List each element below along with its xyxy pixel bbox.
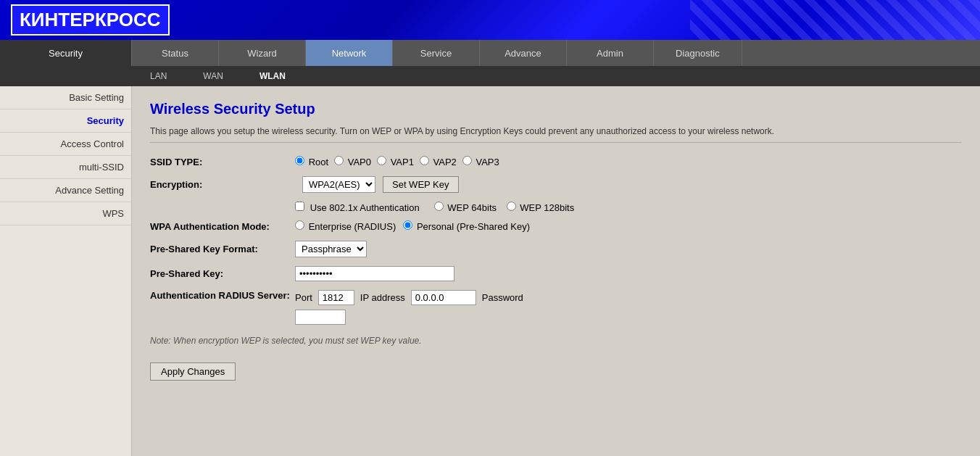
tab-advance[interactable]: Advance bbox=[480, 40, 567, 66]
header: КИНТЕРКРОСС bbox=[0, 0, 980, 40]
ssid-root-radio[interactable] bbox=[295, 156, 304, 165]
radius-controls: Port IP address Password bbox=[295, 290, 523, 325]
psk-format-select[interactable]: Passphrase Hex bbox=[295, 241, 367, 257]
personal-label[interactable]: Personal (Pre-Shared Key) bbox=[403, 220, 530, 232]
sidebar-item-multi-ssid[interactable]: multi-SSID bbox=[0, 156, 131, 179]
personal-text: Personal (Pre-Shared Key) bbox=[417, 221, 530, 232]
tab-wizard[interactable]: Wizard bbox=[219, 40, 306, 66]
enterprise-label[interactable]: Enterprise (RADIUS) bbox=[295, 220, 396, 232]
divider bbox=[150, 142, 962, 143]
use-8021x-row: Use 802.1x Authentication WEP 64bits WEP… bbox=[295, 202, 962, 213]
ssid-vap0-radio[interactable] bbox=[334, 156, 344, 165]
wep-64-label[interactable]: WEP 64bits bbox=[434, 202, 499, 213]
ssid-vap1-text: VAP1 bbox=[391, 157, 414, 167]
use-8021x-label[interactable]: Use 802.1x Authentication bbox=[295, 202, 420, 213]
content-area: Wireless Security Setup This page allows… bbox=[132, 86, 980, 456]
ssid-vap2-text: VAP2 bbox=[433, 157, 457, 167]
ssid-type-label: SSID TYPE: bbox=[150, 157, 295, 167]
tab-status[interactable]: Status bbox=[132, 40, 219, 66]
psk-label: Pre-Shared Key: bbox=[150, 268, 295, 279]
wep-128-text: WEP 128bits bbox=[520, 202, 574, 213]
sub-tab-wlan[interactable]: WLAN bbox=[241, 66, 304, 86]
tab-diagnostic[interactable]: Diagnostic bbox=[654, 40, 742, 66]
tab-service[interactable]: Service bbox=[393, 40, 480, 66]
page-description: This page allows you setup the wireless … bbox=[150, 126, 962, 136]
radius-label: Authentication RADIUS Server: bbox=[150, 290, 295, 301]
ssid-vap3-label[interactable]: VAP3 bbox=[462, 156, 499, 167]
note-text: Note: When encryption WEP is selected, y… bbox=[150, 336, 962, 346]
ssid-vap0-text: VAP0 bbox=[348, 157, 371, 167]
nav-tabs: Security Status Wizard Network Service A… bbox=[0, 40, 980, 66]
enterprise-radio[interactable] bbox=[295, 220, 304, 230]
encryption-row: Encryption: WPA2(AES) WEP WPA WPA2 None … bbox=[150, 176, 962, 193]
ssid-vap3-text: VAP3 bbox=[476, 157, 499, 167]
personal-radio[interactable] bbox=[403, 220, 412, 230]
use-8021x-checkbox[interactable] bbox=[295, 202, 304, 211]
ssid-vap3-radio[interactable] bbox=[462, 156, 472, 165]
sub-tab-lan[interactable]: LAN bbox=[132, 66, 185, 86]
ssid-vap1-radio[interactable] bbox=[377, 156, 386, 165]
sub-tab-wan[interactable]: WAN bbox=[185, 66, 241, 86]
radius-password-row bbox=[295, 310, 523, 325]
psk-row: Pre-Shared Key: bbox=[150, 266, 962, 281]
enterprise-text: Enterprise (RADIUS) bbox=[309, 221, 396, 232]
sidebar-item-advance-setting[interactable]: Advance Setting bbox=[0, 179, 131, 202]
wep-128-label[interactable]: WEP 128bits bbox=[507, 202, 575, 213]
psk-format-label: Pre-Shared Key Format: bbox=[150, 244, 295, 254]
ssid-root-label[interactable]: Root bbox=[295, 156, 328, 167]
use-8021x-text: Use 802.1x Authentication bbox=[310, 202, 420, 213]
wpa-auth-controls: Enterprise (RADIUS) Personal (Pre-Shared… bbox=[295, 220, 530, 232]
wep-options-group: WEP 64bits WEP 128bits bbox=[434, 202, 574, 213]
page-title: Wireless Security Setup bbox=[150, 101, 962, 117]
radius-top-row: Port IP address Password bbox=[295, 290, 523, 305]
wep-64-text: WEP 64bits bbox=[447, 202, 497, 213]
radius-ip-input[interactable] bbox=[411, 290, 476, 305]
wep-64-radio[interactable] bbox=[434, 202, 444, 211]
radius-row: Authentication RADIUS Server: Port IP ad… bbox=[150, 290, 962, 325]
ssid-vap2-label[interactable]: VAP2 bbox=[420, 156, 457, 167]
radius-port-input[interactable] bbox=[318, 290, 354, 305]
ssid-vap0-label[interactable]: VAP0 bbox=[334, 156, 371, 167]
ssid-root-text: Root bbox=[309, 157, 328, 167]
main-layout: Basic Setting Security Access Control mu… bbox=[0, 86, 980, 456]
encryption-select[interactable]: WPA2(AES) WEP WPA WPA2 None bbox=[302, 176, 375, 193]
sidebar: Basic Setting Security Access Control mu… bbox=[0, 86, 132, 456]
wep-128-radio[interactable] bbox=[507, 202, 516, 211]
wpa-auth-label: WPA Authentication Mode: bbox=[150, 221, 295, 232]
sidebar-item-access-control[interactable]: Access Control bbox=[0, 133, 131, 156]
ssid-type-controls: Root VAP0 VAP1 VAP2 VAP3 bbox=[295, 156, 499, 167]
radius-password-input[interactable] bbox=[295, 310, 346, 325]
psk-input[interactable] bbox=[295, 266, 454, 281]
radius-ip-label: IP address bbox=[360, 292, 405, 303]
radius-password-label: Password bbox=[482, 292, 523, 303]
sidebar-item-security[interactable]: Security bbox=[0, 109, 131, 133]
ssid-vap1-label[interactable]: VAP1 bbox=[377, 156, 414, 167]
sidebar-item-wps[interactable]: WPS bbox=[0, 202, 131, 225]
encryption-label: Encryption: bbox=[150, 179, 295, 190]
tab-security[interactable]: Security bbox=[0, 40, 132, 66]
tab-network[interactable]: Network bbox=[306, 40, 393, 66]
wpa-auth-row: WPA Authentication Mode: Enterprise (RAD… bbox=[150, 220, 962, 232]
ssid-vap2-radio[interactable] bbox=[420, 156, 429, 165]
radius-port-label: Port bbox=[295, 292, 312, 303]
set-wep-key-button[interactable]: Set WEP Key bbox=[383, 176, 459, 193]
tab-admin[interactable]: Admin bbox=[567, 40, 654, 66]
ssid-type-row: SSID TYPE: Root VAP0 VAP1 VAP2 bbox=[150, 156, 962, 167]
sub-nav: LAN WAN WLAN bbox=[0, 66, 980, 86]
psk-format-row: Pre-Shared Key Format: Passphrase Hex bbox=[150, 241, 962, 257]
sidebar-item-basic-setting[interactable]: Basic Setting bbox=[0, 86, 131, 109]
logo: КИНТЕРКРОСС bbox=[11, 4, 170, 36]
apply-changes-button[interactable]: Apply Changes bbox=[150, 362, 236, 381]
